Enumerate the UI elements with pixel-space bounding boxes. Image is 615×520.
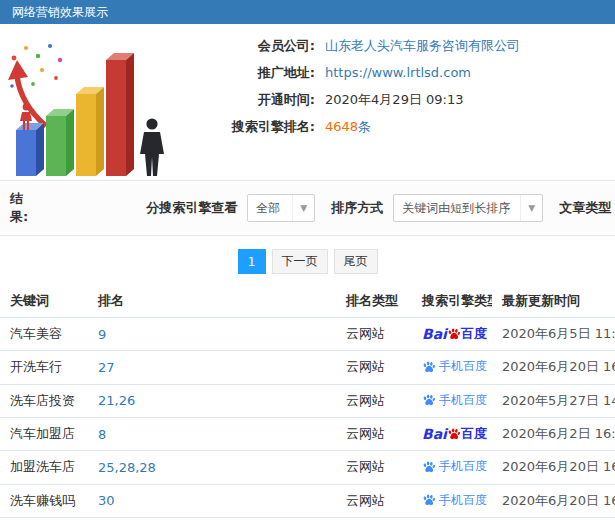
page-title: 网络营销效果展示 (12, 4, 108, 21)
chevron-down-icon: ▼ (292, 195, 314, 221)
company-label: 会员公司: (190, 36, 315, 55)
rank-type-cell: 云网站 (336, 418, 412, 451)
rank-unit: 条 (358, 119, 371, 134)
time-cell: 2020年6月20日 16:16 (492, 351, 615, 385)
info-row-url: 推广地址: https://www.lrtlsd.com (190, 63, 615, 82)
keyword-cell: 开洗车行 (0, 351, 88, 385)
rank-count: 4648 (325, 119, 358, 134)
rank-cell[interactable]: 30 (88, 484, 336, 518)
header-rank: 排名 (88, 285, 336, 318)
keyword-cell: 加盟洗车店 (0, 451, 88, 485)
time-cell: 2020年6月2日 16:12 (492, 418, 615, 451)
header-keyword: 关键词 (0, 285, 88, 318)
table-row: 汽车美容9云网站Bai百度2020年6月5日 11:24 (0, 318, 615, 351)
bar-chart-illustration-svg (0, 28, 190, 178)
rank-cell[interactable]: 9 (88, 318, 336, 351)
table-row: 加盟洗车店25,28,28云网站手机百度2020年6月20日 16:11 (0, 451, 615, 485)
time-cell: 2020年5月27日 14:58 (492, 384, 615, 418)
promotion-url-link[interactable]: https://www.lrtlsd.com (325, 63, 471, 82)
rank-type-cell: 云网站 (336, 351, 412, 385)
top-bar: 网络营销效果展示 (0, 0, 615, 24)
chevron-down-icon: ▼ (520, 195, 542, 221)
engine-cell: Bai百度 (412, 318, 492, 351)
info-section: 会员公司: 山东老人头汽车服务咨询有限公司 推广地址: https://www.… (0, 24, 615, 180)
table-row: 开洗车行27云网站手机百度2020年6月20日 16:16 (0, 351, 615, 385)
rank-cell[interactable]: 25,28,28 (88, 451, 336, 485)
sort-select[interactable]: 关键词由短到长排序 ▼ (393, 194, 543, 222)
baidu-paw-icon (422, 360, 436, 374)
baidu-logo: Bai百度 (422, 427, 487, 441)
header-update-time: 最新更新时间 (492, 285, 615, 318)
header-rank-type: 排名类型 (336, 285, 412, 318)
table-header-row: 关键词 排名 排名类型 搜索引擎类型 最新更新时间 (0, 285, 615, 318)
sort-selected-value: 关键词由短到长排序 (402, 200, 510, 217)
pagination: 1 下一页 尾页 (0, 249, 615, 274)
rank-cell[interactable]: 21,26 (88, 384, 336, 418)
marketing-chart-illustration (0, 28, 190, 178)
promotion-url-label: 推广地址: (190, 63, 315, 82)
sort-label: 排序方式 (331, 199, 383, 217)
engine-rank-label: 搜索引擎排名: (190, 117, 315, 136)
open-time-value: 2020年4月29日 09:13 (325, 90, 464, 109)
time-cell: 2020年6月20日 16:12 (492, 484, 615, 518)
baidu-paw-icon (422, 393, 436, 407)
engine-cell: 手机百度 (412, 351, 492, 385)
baidu-paw-icon (447, 327, 461, 341)
rank-type-cell: 云网站 (336, 484, 412, 518)
results-table: 关键词 排名 排名类型 搜索引擎类型 最新更新时间 汽车美容9云网站Bai百度2… (0, 285, 615, 520)
info-row-company: 会员公司: 山东老人头汽车服务咨询有限公司 (190, 36, 615, 55)
page-last-button[interactable]: 尾页 (334, 249, 378, 274)
engine-cell: 手机百度 (412, 484, 492, 518)
filters: 分搜索引擎查看 全部 ▼ 排序方式 关键词由短到长排序 ▼ 文章类型 全部 ▼ … (136, 194, 615, 222)
header-engine-type: 搜索引擎类型 (412, 285, 492, 318)
filter-band: 结果: 分搜索引擎查看 全部 ▼ 排序方式 关键词由短到长排序 ▼ 文章类型 全… (0, 180, 615, 236)
info-row-open-time: 开通时间: 2020年4月29日 09:13 (190, 90, 615, 109)
table-row: 洗车赚钱吗30云网站手机百度2020年6月20日 16:12 (0, 484, 615, 518)
page-current[interactable]: 1 (238, 249, 266, 274)
result-section-label: 结果: (10, 190, 28, 226)
keyword-cell: 汽车美容 (0, 318, 88, 351)
article-type-label: 文章类型 (559, 199, 611, 217)
mobile-baidu-logo: 手机百度 (422, 492, 487, 509)
page-next-button[interactable]: 下一页 (272, 249, 328, 274)
info-row-rank-count: 搜索引擎排名: 4648条 (190, 117, 615, 136)
info-rows: 会员公司: 山东老人头汽车服务咨询有限公司 推广地址: https://www.… (190, 28, 615, 178)
rank-type-cell: 云网站 (336, 318, 412, 351)
mobile-baidu-logo: 手机百度 (422, 358, 487, 375)
company-link[interactable]: 山东老人头汽车服务咨询有限公司 (325, 36, 520, 55)
mobile-baidu-logo: 手机百度 (422, 458, 487, 475)
rank-cell[interactable]: 8 (88, 418, 336, 451)
rank-type-cell: 云网站 (336, 451, 412, 485)
time-cell: 2020年6月20日 16:11 (492, 451, 615, 485)
rank-cell[interactable]: 27 (88, 351, 336, 385)
baidu-logo: Bai百度 (422, 327, 487, 341)
rank-type-cell: 云网站 (336, 384, 412, 418)
mobile-baidu-logo: 手机百度 (422, 392, 487, 409)
baidu-paw-icon (447, 427, 461, 441)
baidu-paw-icon (422, 460, 436, 474)
engine-cell: Bai百度 (412, 418, 492, 451)
open-time-label: 开通时间: (190, 90, 315, 109)
engine-cell: 手机百度 (412, 451, 492, 485)
engine-cell: 手机百度 (412, 384, 492, 418)
baidu-paw-icon (422, 493, 436, 507)
keyword-cell: 洗车店投资 (0, 384, 88, 418)
engine-filter-selected-value: 全部 (256, 200, 280, 217)
engine-filter-label: 分搜索引擎查看 (146, 199, 237, 217)
table-row: 洗车店投资21,26云网站手机百度2020年5月27日 14:58 (0, 384, 615, 418)
businessman-icon (140, 118, 164, 176)
time-cell: 2020年6月5日 11:24 (492, 318, 615, 351)
table-body: 汽车美容9云网站Bai百度2020年6月5日 11:24开洗车行27云网站手机百… (0, 318, 615, 520)
engine-filter-select[interactable]: 全部 ▼ (247, 194, 315, 222)
keyword-cell: 汽车加盟店 (0, 418, 88, 451)
engine-rank-value: 4648条 (325, 117, 371, 136)
table-row: 汽车加盟店8云网站Bai百度2020年6月2日 16:12 (0, 418, 615, 451)
keyword-cell: 洗车赚钱吗 (0, 484, 88, 518)
